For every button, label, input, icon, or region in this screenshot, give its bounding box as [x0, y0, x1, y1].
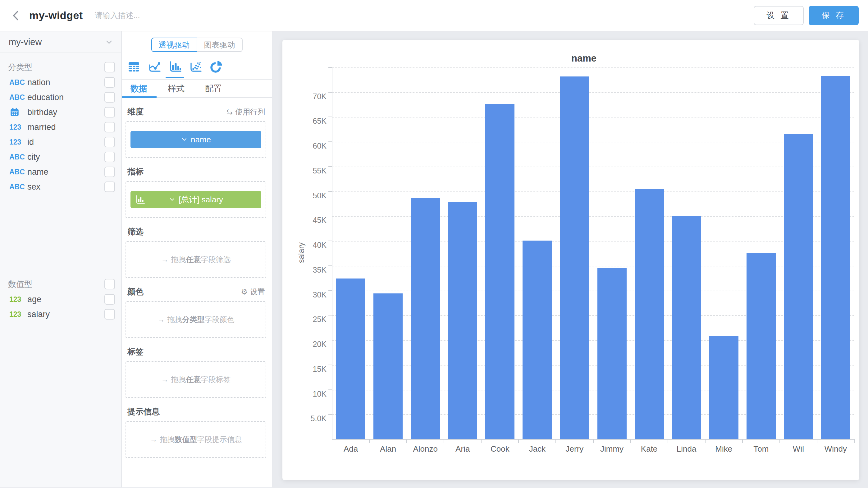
gridline — [332, 340, 854, 341]
x-axis-tick — [518, 439, 519, 443]
number-type-icon: 123 — [9, 138, 27, 146]
bar-Jimmy[interactable] — [597, 268, 627, 439]
settings-button[interactable]: 设 置 — [754, 6, 804, 25]
field-checkbox[interactable] — [104, 152, 115, 162]
field-label: education — [27, 93, 104, 102]
chart-type-scatter-icon[interactable] — [188, 59, 203, 74]
bar-Alan[interactable] — [373, 294, 403, 439]
section-select-all-checkbox[interactable] — [104, 62, 115, 72]
field-checkbox[interactable] — [104, 77, 115, 88]
arrow-right-icon: → — [161, 375, 169, 384]
metric-chip-salary[interactable]: [总计] salary — [130, 191, 261, 208]
x-axis-tick — [854, 439, 855, 443]
field-label: id — [27, 138, 104, 147]
description-input[interactable]: 请输入描述... — [95, 10, 754, 21]
field-checkbox[interactable] — [104, 166, 115, 177]
chart-type-bar-icon[interactable] — [167, 59, 182, 74]
section-select-all-checkbox[interactable] — [104, 279, 115, 289]
color-dropzone[interactable]: →拖拽分类型字段颜色 — [125, 301, 266, 338]
dimension-chip-name[interactable]: name — [130, 131, 261, 148]
page-title: my-widget — [29, 9, 83, 22]
tooltip-title: 提示信息 — [127, 406, 265, 417]
gridline — [332, 241, 854, 242]
mode-toggle: 透视驱动 图表驱动 — [122, 38, 272, 52]
chart-type-table-icon[interactable] — [126, 59, 141, 74]
x-axis-tick — [668, 439, 668, 443]
field-checkbox[interactable] — [104, 182, 115, 192]
bar-Jerry[interactable] — [560, 77, 589, 439]
bar-Mike[interactable] — [709, 336, 739, 439]
gridline — [332, 142, 854, 142]
field-label: sex — [27, 182, 104, 192]
number-type-icon: 123 — [9, 295, 27, 304]
field-section-title: 数值型 — [8, 279, 104, 290]
bar-Alonzo[interactable] — [411, 198, 440, 439]
chart-type-pie-icon[interactable] — [209, 59, 223, 74]
sidebar-field-nation[interactable]: ABCnation — [0, 75, 121, 90]
filter-dropzone[interactable]: →拖拽任意字段筛选 — [125, 241, 266, 278]
field-checkbox[interactable] — [104, 309, 115, 319]
save-button[interactable]: 保 存 — [809, 6, 859, 25]
sidebar-field-sex[interactable]: ABCsex — [0, 179, 121, 194]
metric-dropzone[interactable]: [总计] salary — [125, 181, 266, 218]
bar-Ada[interactable] — [336, 278, 365, 439]
field-checkbox[interactable] — [104, 137, 115, 147]
text-type-icon: ABC — [9, 183, 27, 191]
bar-Cook[interactable] — [485, 104, 515, 439]
x-axis-label: Linda — [668, 444, 705, 454]
field-label: salary — [27, 310, 104, 319]
bar-Jack[interactable] — [523, 241, 552, 439]
y-axis-label: 15K — [282, 365, 327, 374]
tooltip-dropzone[interactable]: →拖拽数值型字段提示信息 — [125, 421, 266, 458]
tab-config[interactable]: 配置 — [205, 83, 222, 94]
bar-Tom[interactable] — [747, 253, 776, 439]
sidebar-field-married[interactable]: 123married — [0, 120, 121, 134]
chart-type-line-icon[interactable] — [147, 59, 162, 74]
view-selector-label: my-view — [9, 37, 104, 47]
field-checkbox[interactable] — [104, 122, 115, 132]
gridline — [332, 92, 854, 93]
color-settings-action[interactable]: ⚙ 设置 — [241, 287, 265, 297]
tab-data[interactable]: 数据 — [130, 83, 147, 94]
field-checkbox[interactable] — [104, 107, 115, 118]
active-tab-indicator — [122, 96, 157, 98]
bar-Wil[interactable] — [784, 134, 813, 439]
sidebar-field-salary[interactable]: 123salary — [0, 307, 121, 322]
gridline — [332, 191, 854, 192]
sidebar-field-age[interactable]: 123age — [0, 292, 121, 307]
field-label: nation — [27, 78, 104, 87]
x-axis-label: Alonzo — [407, 444, 444, 454]
bar-Aria[interactable] — [448, 202, 477, 439]
back-button[interactable] — [9, 9, 23, 22]
bar-Kate[interactable] — [635, 189, 664, 439]
sidebar-field-name[interactable]: ABCname — [0, 164, 121, 179]
sidebar-field-birthday[interactable]: birthday — [0, 105, 121, 120]
bar-chart-icon — [135, 194, 145, 207]
text-type-icon: ABC — [9, 78, 27, 87]
sidebar-field-id[interactable]: 123id — [0, 134, 121, 150]
label-dropzone[interactable]: →拖拽任意字段标签 — [125, 361, 266, 398]
x-axis-tick — [555, 439, 556, 443]
tab-style[interactable]: 样式 — [168, 83, 185, 94]
x-axis-tick — [406, 439, 407, 443]
field-checkbox[interactable] — [104, 294, 115, 305]
gridline — [332, 266, 854, 266]
x-axis-tick — [593, 439, 594, 443]
y-axis-label: 25K — [282, 315, 327, 324]
chart-card: name salary 5.0K10K15K20K25K30K35K40K45K… — [282, 40, 859, 480]
chart-plot: 5.0K10K15K20K25K30K35K40K45K50K55K60K65K… — [282, 40, 859, 480]
bar-Windy[interactable] — [821, 76, 850, 439]
chevron-down-icon — [104, 37, 114, 47]
chevron-down-icon — [169, 196, 176, 203]
x-axis-label: Cook — [481, 444, 519, 454]
field-checkbox[interactable] — [104, 92, 115, 102]
use-rowcol-action[interactable]: ⇆ 使用行列 — [226, 107, 265, 117]
sidebar-field-education[interactable]: ABCeducation — [0, 90, 121, 105]
sidebar-field-city[interactable]: ABCcity — [0, 150, 121, 164]
bar-Linda[interactable] — [672, 216, 701, 439]
mode-pivot-button[interactable]: 透视驱动 — [151, 38, 197, 52]
metric-section: 指标 [总计] salary — [125, 166, 266, 218]
view-selector[interactable]: my-view — [0, 31, 121, 53]
mode-chart-button[interactable]: 图表驱动 — [197, 38, 243, 52]
dimension-dropzone[interactable]: name — [125, 121, 266, 158]
